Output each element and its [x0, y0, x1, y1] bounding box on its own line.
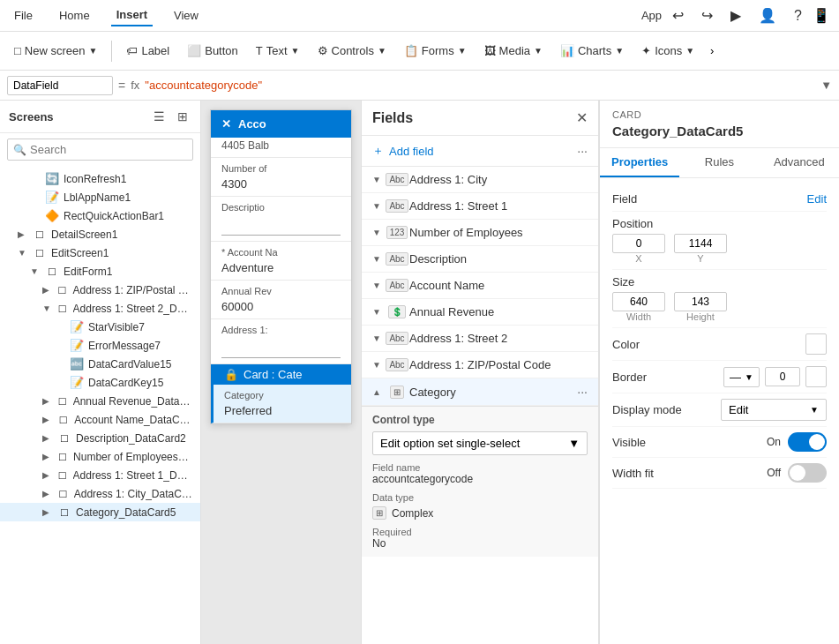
- forms-button[interactable]: 📋 Forms ▼: [397, 41, 474, 61]
- tree-item-starvisible7[interactable]: 📝 StarVisible7: [0, 318, 200, 336]
- tree-item-address-zip[interactable]: ▶ □ Address 1: ZIP/Postal Code_: [0, 281, 200, 299]
- field-edit-button[interactable]: Edit: [807, 192, 827, 206]
- canvas-title: Acco: [238, 117, 266, 131]
- run-button[interactable]: ▶: [723, 4, 748, 27]
- border-line-select[interactable]: — ▼: [723, 367, 760, 387]
- color-picker[interactable]: [805, 333, 827, 355]
- field-more-button[interactable]: ···: [577, 385, 588, 399]
- field-chevron-icon: ▼: [372, 228, 385, 237]
- tab-advanced[interactable]: Advanced: [760, 148, 839, 177]
- controls-button[interactable]: ⚙ Controls ▼: [311, 41, 393, 61]
- visible-toggle-label: On: [767, 436, 781, 448]
- tree-item-icon: 📝: [69, 339, 85, 352]
- fields-close-button[interactable]: ✕: [576, 109, 588, 126]
- border-controls: — ▼: [723, 366, 827, 387]
- width-fit-toggle[interactable]: [788, 463, 827, 483]
- search-input[interactable]: [30, 143, 187, 156]
- size-height-input[interactable]: [674, 292, 727, 311]
- tree-item-errormessage7[interactable]: 📝 ErrorMessage7: [0, 336, 200, 355]
- tree-expand-icon: ▶: [42, 489, 52, 498]
- tree-item-label: DetailScreen1: [51, 228, 117, 241]
- data-type-row: ⊞ Complex: [372, 506, 588, 520]
- size-width-input[interactable]: [612, 292, 665, 311]
- menu-view[interactable]: View: [169, 5, 204, 26]
- field-item-number-employees[interactable]: ▼ 123 Number of Employees: [362, 220, 598, 246]
- display-mode-select[interactable]: Edit ▼: [721, 399, 827, 421]
- media-button[interactable]: 🖼 Media ▼: [477, 41, 550, 61]
- panel-list-view-button[interactable]: ☰: [150, 108, 169, 125]
- tree-expand-icon: ▼: [30, 266, 41, 276]
- tab-properties[interactable]: Properties: [600, 148, 679, 177]
- tree-item-label: EditForm1: [64, 266, 112, 278]
- tree-item-number-employees[interactable]: ▶ □ Number of Employees_Data: [0, 447, 200, 466]
- new-screen-button[interactable]: □ New screen ▼: [7, 41, 104, 61]
- menu-insert[interactable]: Insert: [111, 4, 153, 26]
- tree-item-label: Address 1: Street 2_DataCar: [73, 303, 193, 315]
- tree-item-address-city[interactable]: ▶ □ Address 1: City_DataCard2: [0, 484, 200, 503]
- field-item-address-zip[interactable]: ▼ Abc Address 1: ZIP/Postal Code: [362, 352, 598, 378]
- menu-home[interactable]: Home: [54, 5, 95, 26]
- position-x-input[interactable]: [612, 234, 665, 253]
- panel-grid-view-button[interactable]: ⊞: [174, 108, 191, 125]
- more-toolbar-button[interactable]: ›: [705, 41, 719, 61]
- tree-item-address-street1[interactable]: ▶ □ Address 1: Street 1_DataCar: [0, 466, 200, 484]
- undo-button[interactable]: ↩: [665, 4, 691, 27]
- media-chevron: ▼: [534, 46, 543, 56]
- tree-item-address-street2[interactable]: ▼ □ Address 1: Street 2_DataCar: [0, 299, 200, 318]
- border-color-picker[interactable]: [805, 366, 827, 387]
- help-button[interactable]: ?: [787, 4, 809, 27]
- tab-rules[interactable]: Rules: [679, 148, 759, 177]
- redo-button[interactable]: ↪: [694, 4, 720, 27]
- menu-file[interactable]: File: [9, 5, 38, 26]
- field-name-input[interactable]: [7, 76, 113, 95]
- tree-item-rectquickactionbar1[interactable]: 🔶 RectQuickActionBar1: [0, 206, 200, 225]
- button-button[interactable]: ⬜ Button: [180, 41, 245, 61]
- charts-button[interactable]: 📊 Charts ▼: [553, 41, 631, 61]
- field-item-category[interactable]: ▲ ⊞ Category ···: [362, 378, 598, 406]
- tree-item-account-name[interactable]: ▶ □ Account Name_DataCard2: [0, 410, 200, 429]
- canvas-form: ✕ Acco 4405 Balb Number of 4300 Descript…: [210, 109, 352, 424]
- tree-item-editscreen1[interactable]: ▼ □ EditScreen1: [0, 243, 200, 262]
- canvas-close-icon[interactable]: ✕: [221, 117, 231, 131]
- tree-item-lblappname1[interactable]: 📝 LblAppName1: [0, 188, 200, 206]
- tree-item-datacardkey15[interactable]: 📝 DataCardKey15: [0, 373, 200, 392]
- main-layout: Screens ☰ ⊞ 🔍 🔄 IconRefresh1 📝 LblAppNam…: [0, 101, 839, 644]
- tree-item-editform1[interactable]: ▼ □ EditForm1: [0, 262, 200, 281]
- control-type-value: Edit option set single-select: [380, 437, 520, 450]
- field-item-address-city[interactable]: ▼ Abc Address 1: City: [362, 167, 598, 193]
- tree-item-category-datacard5[interactable]: ▶ □ Category_DataCard5: [0, 503, 200, 521]
- field-item-name: Address 1: ZIP/Postal Code: [409, 358, 588, 371]
- border-width-input[interactable]: [765, 367, 800, 386]
- tree-item-iconrefresh1[interactable]: 🔄 IconRefresh1: [0, 169, 200, 188]
- canvas-category-field[interactable]: 🔒 Card : Cate Category Preferred: [211, 364, 351, 423]
- formula-input[interactable]: [145, 79, 815, 92]
- label-button[interactable]: 🏷 Label: [119, 41, 176, 61]
- user-button[interactable]: 👤: [752, 4, 783, 27]
- field-item-account-name[interactable]: ▼ Abc Account Name: [362, 273, 598, 299]
- text-button[interactable]: T Text ▼: [249, 41, 307, 61]
- field-item-annual-revenue[interactable]: ▼ 💲 Annual Revenue: [362, 299, 598, 326]
- field-item-description[interactable]: ▼ Abc Description: [362, 246, 598, 273]
- field-item-address-street2[interactable]: ▼ Abc Address 1: Street 2: [362, 326, 598, 352]
- tree-item-label: Address 1: City_DataCard2: [74, 488, 193, 500]
- add-field-button[interactable]: ＋ Add field: [372, 143, 434, 159]
- canvas-field-label: Number of: [211, 158, 351, 176]
- control-type-select[interactable]: Edit option set single-select ▼: [372, 431, 588, 455]
- field-chevron-icon: ▼: [372, 360, 385, 370]
- tree-item-icon: □: [32, 228, 48, 241]
- tree-item-label: Description_DataCard2: [76, 432, 186, 445]
- formula-dropdown-button[interactable]: ▼: [820, 79, 832, 92]
- icons-button[interactable]: ✦ Icons ▼: [634, 41, 701, 61]
- tree-item-datacardvalue15[interactable]: 🔤 DataCardValue15: [0, 355, 200, 373]
- tree-item-detailscreen1[interactable]: ▶ □ DetailScreen1: [0, 225, 200, 243]
- add-field-more-button[interactable]: ···: [577, 144, 588, 158]
- canvas-field-value: 60000: [211, 298, 351, 318]
- field-type-grid-icon: ⊞: [385, 386, 409, 399]
- canvas-field-label: Descriptio: [211, 197, 351, 214]
- tree-item-annual-revenue[interactable]: ▶ □ Annual Revenue_DataCard2: [0, 392, 200, 410]
- position-y-input[interactable]: [674, 234, 727, 253]
- tree-item-description[interactable]: ▶ □ Description_DataCard2: [0, 429, 200, 447]
- field-item-address-street1[interactable]: ▼ Abc Address 1: Street 1: [362, 193, 598, 220]
- center-canvas: ✕ Acco 4405 Balb Number of 4300 Descript…: [201, 101, 361, 644]
- visible-toggle[interactable]: [788, 432, 827, 452]
